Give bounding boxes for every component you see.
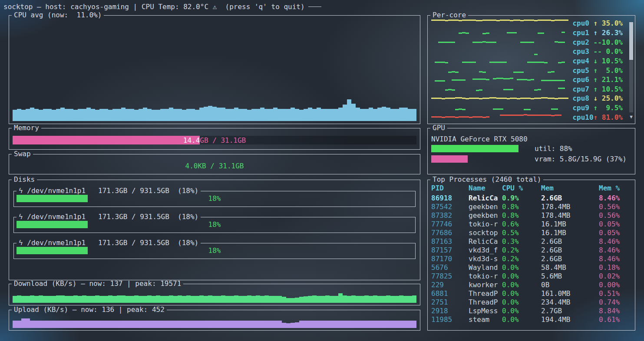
spark-bar [139, 109, 143, 121]
spark-bar [69, 296, 73, 303]
spark-bar [143, 296, 147, 303]
spark-bar [510, 32, 513, 36]
spark-bar [338, 293, 343, 303]
core-label: cpu9 ↑ 9.5% [572, 103, 623, 113]
spark-bar [277, 321, 282, 328]
cpu-avg-sparkline [13, 19, 416, 121]
spark-bar [78, 321, 82, 328]
spark-bar [531, 98, 534, 102]
scrollbar-thumb[interactable] [629, 22, 633, 60]
spark-bar [364, 109, 369, 121]
core-name: cpu10 [572, 113, 593, 121]
spark-bar [496, 98, 500, 102]
spark-bar [403, 321, 408, 328]
processes-panel-border-title: Top Processes (2460 total) [427, 175, 635, 184]
spark-bar [191, 296, 195, 303]
core-row: cpu6 ↑ 21.1% [431, 75, 623, 85]
spark-bar [182, 321, 186, 328]
spark-bar [489, 62, 493, 64]
spark-bar [527, 20, 531, 26]
spark-bar [412, 109, 416, 121]
spark-bar [291, 298, 295, 303]
spark-bar [448, 116, 452, 121]
spark-bar [312, 295, 317, 303]
spark-bar [466, 33, 469, 36]
spark-bar [544, 80, 548, 83]
scroll-down-icon[interactable]: ▼ [629, 114, 634, 120]
process-mem: 2.6GB [541, 194, 599, 202]
disk-entry: ϟ /dev/nvme1n1p1 171.3GB / 931.5GB (18%)… [13, 217, 416, 233]
spark-bar [256, 109, 260, 121]
spark-bar [448, 98, 452, 102]
spark-bar [130, 321, 134, 328]
spark-bar [382, 296, 386, 303]
core-percent: 81.0% [602, 113, 623, 121]
core-row: cpu0 ↑ 35.0% [431, 19, 623, 28]
spark-bar [524, 79, 527, 83]
spark-bar [534, 89, 538, 92]
download-panel: Download (KB/s) — now: 137 | peak: 19571 [9, 284, 420, 305]
spark-bar [442, 98, 445, 102]
spark-bar [165, 296, 169, 303]
spark-bar [212, 107, 217, 121]
spark-bar [531, 79, 534, 83]
spark-bar [555, 115, 558, 121]
border-segment [201, 217, 416, 217]
spark-bar [452, 71, 455, 74]
per-core-panel-border-title: Per-core [427, 11, 635, 20]
spark-bar [13, 296, 17, 303]
terminal-screen[interactable]: { "titlebar": { "text": "socktop — host:… [0, 0, 644, 341]
spark-bar [503, 115, 507, 121]
core-list: cpu0 ↑ 35.0%cpu1 ↑ 26.3%cpu2 --10.0%cpu3… [431, 19, 623, 122]
spark-bar [321, 109, 325, 121]
spark-bar [134, 110, 139, 121]
process-row: 77746tokio-r0.6%16.1MB0.05% [431, 220, 631, 228]
spark-bar [472, 79, 476, 83]
spark-bar [30, 295, 34, 303]
spark-bar [524, 20, 527, 27]
spark-bar [551, 115, 555, 121]
process-mem: 16.1MB [541, 220, 599, 228]
process-mem: 2.6GB [541, 237, 599, 246]
spark-bar [317, 321, 321, 328]
spark-bar [527, 98, 531, 102]
spark-bar [435, 98, 438, 102]
spark-bar [377, 296, 382, 303]
spark-bar [369, 321, 373, 328]
spark-bar [112, 109, 117, 121]
spark-bar [13, 110, 17, 121]
memory-gauge: 14.4GB / 31.1GB 14.4GB / 31.1GB [13, 136, 416, 144]
spark-bar [217, 108, 221, 121]
core-list-scrollbar[interactable] [629, 22, 633, 112]
spark-bar [343, 295, 347, 303]
spark-bar [476, 42, 479, 46]
spark-bar [204, 107, 208, 121]
spark-bar [459, 20, 462, 27]
spark-bar [377, 321, 382, 328]
core-row: cpu5 ↑ 5.0% [431, 66, 623, 75]
spark-bar [500, 20, 503, 26]
spark-bar [561, 80, 565, 83]
spark-bar [500, 98, 503, 102]
app-titlebar: socktop — host: cachyos-gaming | CPU Tem… [3, 2, 321, 11]
spark-bar [243, 109, 247, 121]
spark-bar [548, 98, 551, 102]
spark-bar [117, 321, 121, 328]
disks-panel: Disks ϟ /dev/nvme1n1p1 171.3GB / 931.5GB… [9, 180, 420, 280]
process-pid: 87542 [431, 203, 469, 211]
spark-bar [548, 80, 551, 83]
spark-bar [373, 295, 377, 303]
spark-bar [445, 89, 449, 92]
spark-bar [466, 116, 469, 121]
process-mem-percent: 0.18% [599, 263, 631, 272]
spark-bar [538, 115, 541, 121]
core-sparkline [431, 84, 568, 94]
process-pid: 77746 [431, 220, 469, 228]
spark-bar [295, 298, 299, 303]
spark-bar [510, 89, 513, 93]
process-name: socktop [469, 229, 502, 237]
header-mem-pct: Mem % [599, 184, 631, 192]
spark-bar [541, 20, 545, 27]
spark-bar [544, 115, 548, 121]
spark-bar [561, 42, 565, 46]
